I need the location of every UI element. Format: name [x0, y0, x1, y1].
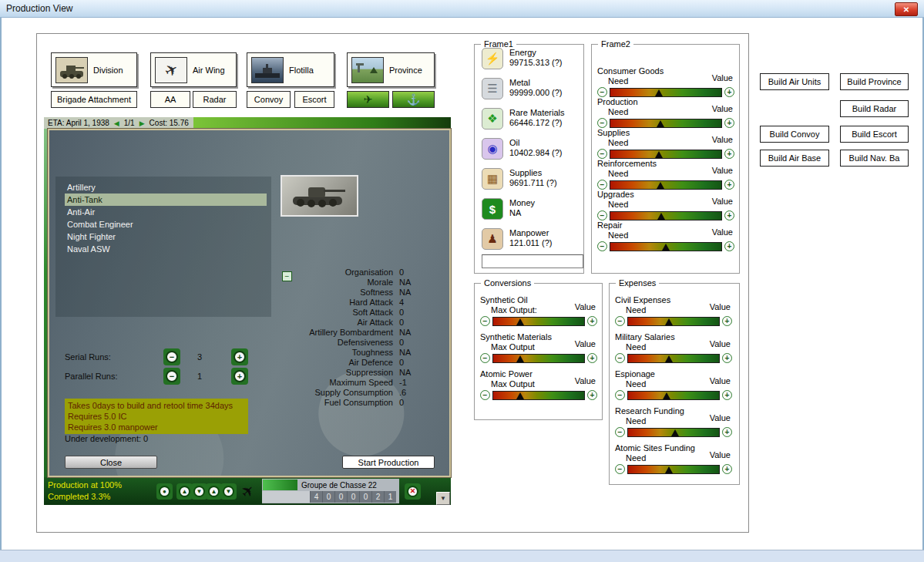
- slider-marker[interactable]: [516, 355, 524, 362]
- title-bar[interactable]: Production View: [0, 0, 924, 18]
- slider-track[interactable]: [627, 428, 720, 437]
- slider-track[interactable]: [610, 180, 722, 190]
- parallel-runs-increase-button[interactable]: +: [231, 368, 248, 385]
- close-button[interactable]: Close: [65, 456, 157, 469]
- window-close-button[interactable]: ✕: [895, 2, 918, 16]
- slider-decrease-button[interactable]: −: [615, 464, 625, 474]
- slider-decrease-button[interactable]: −: [615, 353, 625, 363]
- slider-decrease-button[interactable]: −: [615, 316, 625, 326]
- list-item[interactable]: Anti-Air: [65, 206, 267, 218]
- slider-marker[interactable]: [657, 213, 665, 220]
- slider-decrease-button[interactable]: −: [597, 149, 607, 159]
- slider-decrease-button[interactable]: −: [615, 390, 625, 400]
- build-convoy-button[interactable]: Build Convoy: [760, 126, 829, 143]
- province-button[interactable]: Province: [347, 52, 435, 87]
- build-radar-button[interactable]: Build Radar: [840, 100, 909, 117]
- slider-increase-button[interactable]: +: [724, 149, 734, 159]
- slider-decrease-button[interactable]: −: [597, 241, 607, 251]
- slider-increase-button[interactable]: +: [587, 316, 597, 326]
- slider-track[interactable]: [610, 88, 722, 97]
- radar-button[interactable]: Radar: [193, 91, 237, 108]
- brigade-attachment-button[interactable]: Brigade Attachment: [51, 91, 137, 108]
- build-escort-button[interactable]: Build Escort: [840, 126, 909, 143]
- slider-increase-button[interactable]: +: [587, 353, 597, 363]
- slider-marker[interactable]: [665, 318, 673, 325]
- slider-track[interactable]: [610, 211, 722, 220]
- unit-queue-panel[interactable]: Groupe de Chasse 22 4 0 0 0 0 2 1: [262, 479, 399, 503]
- slider-marker[interactable]: [662, 244, 670, 251]
- slider-decrease-button[interactable]: −: [480, 353, 490, 363]
- page-prev-icon[interactable]: ◀: [114, 119, 119, 127]
- slider-increase-button[interactable]: +: [722, 464, 732, 474]
- build-naval-base-button[interactable]: Build Nav. Ba: [840, 150, 909, 167]
- slider-marker[interactable]: [655, 89, 663, 96]
- convoy-button[interactable]: Convoy: [247, 91, 291, 108]
- slider-marker[interactable]: [663, 392, 670, 399]
- province-air-button[interactable]: ✈: [347, 91, 389, 108]
- slider-increase-button[interactable]: +: [724, 180, 734, 190]
- list-item-selected[interactable]: Anti-Tank: [65, 194, 267, 206]
- slider-decrease-button[interactable]: −: [597, 180, 607, 190]
- resource-input[interactable]: [482, 254, 583, 268]
- division-button[interactable]: Division: [51, 52, 137, 87]
- slider-increase-button[interactable]: +: [724, 87, 734, 97]
- slider-decrease-button[interactable]: −: [480, 316, 490, 326]
- slider-decrease-button[interactable]: −: [597, 87, 607, 97]
- slider-track[interactable]: [492, 391, 585, 400]
- slider-increase-button[interactable]: +: [722, 390, 732, 400]
- slider-track[interactable]: [627, 354, 720, 363]
- page-next-icon[interactable]: ▶: [139, 119, 145, 127]
- slider-track[interactable]: [610, 242, 722, 251]
- slider-decrease-button[interactable]: −: [597, 118, 607, 128]
- slider-increase-button[interactable]: +: [724, 210, 734, 220]
- slider-track[interactable]: [610, 150, 722, 159]
- start-production-button[interactable]: Start Production: [342, 456, 435, 469]
- slider-marker[interactable]: [657, 120, 664, 127]
- slider-increase-button[interactable]: +: [724, 241, 734, 251]
- escort-button[interactable]: Escort: [294, 91, 334, 108]
- slider-marker[interactable]: [657, 182, 664, 189]
- slider-marker[interactable]: [655, 151, 663, 158]
- serial-runs-decrease-button[interactable]: −: [163, 348, 180, 365]
- slider-track[interactable]: [627, 391, 720, 400]
- slider-track[interactable]: [627, 465, 720, 474]
- slider-track[interactable]: [610, 119, 722, 128]
- build-air-base-button[interactable]: Build Air Base: [760, 150, 829, 167]
- serial-runs-increase-button[interactable]: +: [231, 348, 248, 365]
- slider-track[interactable]: [492, 354, 585, 363]
- slider-track[interactable]: [627, 317, 720, 326]
- slider-increase-button[interactable]: +: [722, 316, 732, 326]
- slider-marker[interactable]: [671, 429, 679, 436]
- slider-marker[interactable]: [665, 355, 673, 362]
- scroll-down-button[interactable]: ▼: [436, 492, 450, 505]
- slider-marker[interactable]: [516, 392, 524, 399]
- list-item[interactable]: Night Fighter: [65, 231, 267, 243]
- list-item[interactable]: Naval ASW: [65, 243, 267, 255]
- slider-marker[interactable]: [516, 318, 524, 325]
- air-wing-button[interactable]: ✈ Air Wing: [150, 52, 237, 87]
- bottom-bar-button[interactable]: ▼: [220, 483, 237, 500]
- slider-marker[interactable]: [665, 466, 673, 473]
- list-item[interactable]: Combat Engineer: [65, 218, 267, 231]
- bottom-bar-button[interactable]: ▼: [191, 483, 207, 500]
- slider-track[interactable]: [492, 317, 585, 326]
- list-item[interactable]: Artillery: [65, 181, 267, 194]
- bottom-bar-button[interactable]: ▲: [206, 483, 222, 500]
- slider-decrease-button[interactable]: −: [480, 390, 490, 400]
- bottom-bar-button[interactable]: ▲: [176, 483, 193, 500]
- slider-increase-button[interactable]: +: [722, 427, 732, 437]
- build-province-button[interactable]: Build Province: [840, 73, 909, 90]
- slider-increase-button[interactable]: +: [722, 353, 732, 363]
- cancel-production-button[interactable]: ✕: [405, 483, 421, 500]
- province-naval-button[interactable]: ⚓: [392, 91, 435, 108]
- parallel-runs-decrease-button[interactable]: −: [163, 368, 180, 385]
- slider-increase-button[interactable]: +: [587, 390, 597, 400]
- horizontal-scrollbar[interactable]: [0, 550, 924, 562]
- build-air-units-button[interactable]: Build Air Units: [760, 73, 829, 90]
- bottom-bar-button[interactable]: ●: [156, 483, 173, 500]
- slider-decrease-button[interactable]: −: [615, 427, 625, 437]
- slider-increase-button[interactable]: +: [724, 118, 734, 128]
- aa-button[interactable]: AA: [150, 91, 190, 108]
- flotilla-button[interactable]: Flotilla: [247, 52, 334, 87]
- slider-decrease-button[interactable]: −: [597, 210, 607, 220]
